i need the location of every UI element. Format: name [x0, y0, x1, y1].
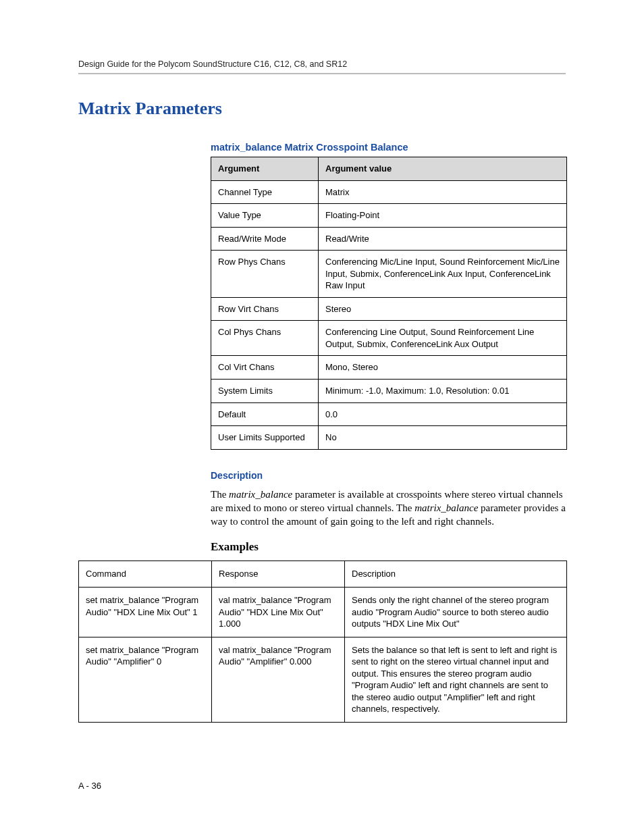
- examples-table: Command Response Description set matrix_…: [78, 561, 567, 722]
- val-cell: Read/Write: [319, 227, 567, 251]
- text: The: [211, 489, 229, 500]
- val-cell: Matrix: [319, 180, 567, 204]
- argument-table: Argument Argument value Channel TypeMatr…: [211, 157, 567, 450]
- val-cell: No: [319, 426, 567, 450]
- parameter-title: matrix_balance Matrix Crosspoint Balance: [211, 142, 566, 153]
- arg-cell: Channel Type: [211, 180, 319, 204]
- arg-cell: User Limits Supported: [211, 426, 319, 450]
- ex-desc: Sets the balance so that left is sent to…: [345, 637, 567, 722]
- ex-resp: val matrix_balance "Program Audio" "HDX …: [212, 587, 345, 637]
- page-number: A - 36: [78, 781, 101, 791]
- arg-cell: Col Phys Chans: [211, 321, 319, 356]
- description-body: The matrix_balance parameter is availabl…: [211, 488, 566, 529]
- ex-cmd: set matrix_balance "Program Audio" "Ampl…: [79, 637, 212, 722]
- table-row: Row Virt ChansStereo: [211, 297, 567, 321]
- arg-cell: Value Type: [211, 204, 319, 228]
- arg-cell: System Limits: [211, 380, 319, 403]
- ex-header-response: Response: [212, 561, 345, 588]
- section-title: Matrix Parameters: [78, 99, 566, 119]
- term: matrix_balance: [229, 489, 292, 500]
- page: Design Guide for the Polycom SoundStruct…: [0, 0, 644, 834]
- ex-resp: val matrix_balance "Program Audio" "Ampl…: [212, 637, 345, 722]
- term: matrix_balance: [414, 502, 478, 513]
- table-row: set matrix_balance "Program Audio" "Ampl…: [79, 637, 567, 722]
- ex-cmd: set matrix_balance "Program Audio" "HDX …: [79, 587, 212, 637]
- description-heading: Description: [211, 470, 566, 481]
- running-header: Design Guide for the Polycom SoundStruct…: [78, 59, 566, 74]
- table-row: Value TypeFloating-Point: [211, 204, 567, 228]
- table-row: Default0.0: [211, 402, 567, 426]
- table-header-value: Argument value: [319, 157, 567, 181]
- val-cell: Stereo: [319, 297, 567, 321]
- val-cell: Conferencing Mic/Line Input, Sound Reinf…: [319, 251, 567, 298]
- table-row: Row Phys ChansConferencing Mic/Line Inpu…: [211, 251, 567, 298]
- ex-desc: Sends only the right channel of the ster…: [345, 587, 567, 637]
- val-cell: Conferencing Line Output, Sound Reinforc…: [319, 321, 567, 356]
- table-row: Col Phys ChansConferencing Line Output, …: [211, 321, 567, 356]
- arg-cell: Row Phys Chans: [211, 251, 319, 298]
- table-row: User Limits SupportedNo: [211, 426, 567, 450]
- val-cell: Floating-Point: [319, 204, 567, 228]
- arg-cell: Row Virt Chans: [211, 297, 319, 321]
- val-cell: 0.0: [319, 402, 567, 426]
- table-header-argument: Argument: [211, 157, 319, 181]
- table-row: Command Response Description: [79, 561, 567, 588]
- table-row: Read/Write ModeRead/Write: [211, 227, 567, 251]
- table-row: Col Virt ChansMono, Stereo: [211, 356, 567, 380]
- arg-cell: Read/Write Mode: [211, 227, 319, 251]
- table-row: System LimitsMinimum: -1.0, Maximum: 1.0…: [211, 380, 567, 403]
- val-cell: Minimum: -1.0, Maximum: 1.0, Resolution:…: [319, 380, 567, 403]
- arg-cell: Col Virt Chans: [211, 356, 319, 380]
- ex-header-description: Description: [345, 561, 567, 588]
- arg-cell: Default: [211, 402, 319, 426]
- parameter-block: matrix_balance Matrix Crosspoint Balance…: [211, 142, 566, 554]
- val-cell: Mono, Stereo: [319, 356, 567, 380]
- table-row: set matrix_balance "Program Audio" "HDX …: [79, 587, 567, 637]
- ex-header-command: Command: [79, 561, 212, 588]
- examples-heading: Examples: [211, 540, 566, 554]
- table-row: Channel TypeMatrix: [211, 180, 567, 204]
